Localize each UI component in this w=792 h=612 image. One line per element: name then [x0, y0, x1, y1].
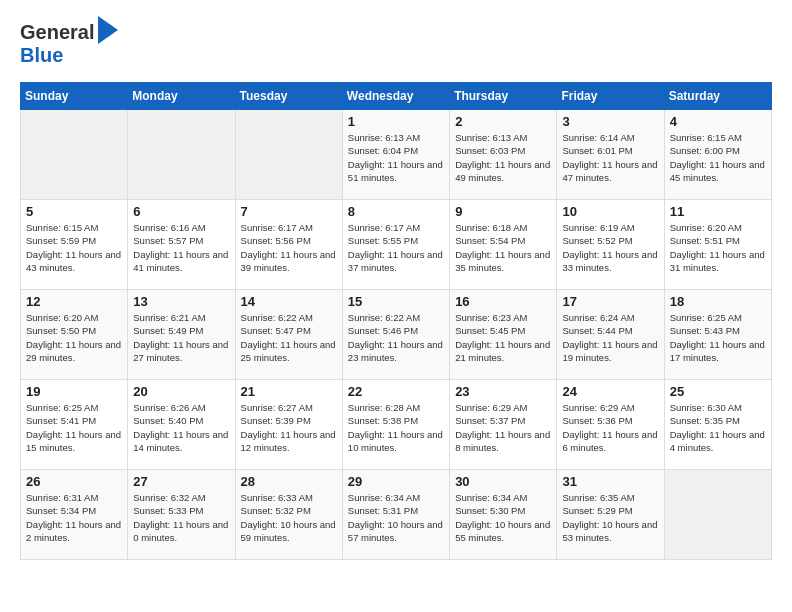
weekday-header-saturday: Saturday: [664, 83, 771, 110]
weekday-header-row: SundayMondayTuesdayWednesdayThursdayFrid…: [21, 83, 772, 110]
cell-info: Sunrise: 6:13 AM Sunset: 6:04 PM Dayligh…: [348, 131, 444, 184]
calendar-cell: 31Sunrise: 6:35 AM Sunset: 5:29 PM Dayli…: [557, 470, 664, 560]
calendar-cell: 1Sunrise: 6:13 AM Sunset: 6:04 PM Daylig…: [342, 110, 449, 200]
calendar-cell: 24Sunrise: 6:29 AM Sunset: 5:36 PM Dayli…: [557, 380, 664, 470]
calendar-cell: 2Sunrise: 6:13 AM Sunset: 6:03 PM Daylig…: [450, 110, 557, 200]
day-number: 22: [348, 384, 444, 399]
cell-info: Sunrise: 6:13 AM Sunset: 6:03 PM Dayligh…: [455, 131, 551, 184]
cell-info: Sunrise: 6:17 AM Sunset: 5:55 PM Dayligh…: [348, 221, 444, 274]
calendar-cell: [21, 110, 128, 200]
day-number: 5: [26, 204, 122, 219]
day-number: 13: [133, 294, 229, 309]
cell-info: Sunrise: 6:25 AM Sunset: 5:43 PM Dayligh…: [670, 311, 766, 364]
cell-info: Sunrise: 6:22 AM Sunset: 5:46 PM Dayligh…: [348, 311, 444, 364]
day-number: 10: [562, 204, 658, 219]
weekday-header-monday: Monday: [128, 83, 235, 110]
cell-info: Sunrise: 6:29 AM Sunset: 5:36 PM Dayligh…: [562, 401, 658, 454]
cell-info: Sunrise: 6:34 AM Sunset: 5:31 PM Dayligh…: [348, 491, 444, 544]
cell-info: Sunrise: 6:20 AM Sunset: 5:51 PM Dayligh…: [670, 221, 766, 274]
calendar-cell: 4Sunrise: 6:15 AM Sunset: 6:00 PM Daylig…: [664, 110, 771, 200]
calendar-cell: 27Sunrise: 6:32 AM Sunset: 5:33 PM Dayli…: [128, 470, 235, 560]
day-number: 7: [241, 204, 337, 219]
calendar-cell: 3Sunrise: 6:14 AM Sunset: 6:01 PM Daylig…: [557, 110, 664, 200]
cell-info: Sunrise: 6:17 AM Sunset: 5:56 PM Dayligh…: [241, 221, 337, 274]
logo-text: General: [20, 21, 94, 43]
calendar-cell: [664, 470, 771, 560]
calendar-cell: 30Sunrise: 6:34 AM Sunset: 5:30 PM Dayli…: [450, 470, 557, 560]
day-number: 27: [133, 474, 229, 489]
cell-info: Sunrise: 6:27 AM Sunset: 5:39 PM Dayligh…: [241, 401, 337, 454]
cell-info: Sunrise: 6:22 AM Sunset: 5:47 PM Dayligh…: [241, 311, 337, 364]
cell-info: Sunrise: 6:14 AM Sunset: 6:01 PM Dayligh…: [562, 131, 658, 184]
calendar-table: SundayMondayTuesdayWednesdayThursdayFrid…: [20, 82, 772, 560]
calendar-cell: 21Sunrise: 6:27 AM Sunset: 5:39 PM Dayli…: [235, 380, 342, 470]
day-number: 6: [133, 204, 229, 219]
calendar-cell: 20Sunrise: 6:26 AM Sunset: 5:40 PM Dayli…: [128, 380, 235, 470]
day-number: 17: [562, 294, 658, 309]
logo: General Blue: [20, 20, 118, 66]
weekday-header-sunday: Sunday: [21, 83, 128, 110]
day-number: 23: [455, 384, 551, 399]
calendar-week-row: 26Sunrise: 6:31 AM Sunset: 5:34 PM Dayli…: [21, 470, 772, 560]
calendar-cell: 29Sunrise: 6:34 AM Sunset: 5:31 PM Dayli…: [342, 470, 449, 560]
calendar-cell: 26Sunrise: 6:31 AM Sunset: 5:34 PM Dayli…: [21, 470, 128, 560]
day-number: 1: [348, 114, 444, 129]
calendar-week-row: 1Sunrise: 6:13 AM Sunset: 6:04 PM Daylig…: [21, 110, 772, 200]
calendar-cell: 10Sunrise: 6:19 AM Sunset: 5:52 PM Dayli…: [557, 200, 664, 290]
day-number: 14: [241, 294, 337, 309]
weekday-header-tuesday: Tuesday: [235, 83, 342, 110]
cell-info: Sunrise: 6:34 AM Sunset: 5:30 PM Dayligh…: [455, 491, 551, 544]
day-number: 31: [562, 474, 658, 489]
cell-info: Sunrise: 6:21 AM Sunset: 5:49 PM Dayligh…: [133, 311, 229, 364]
calendar-cell: 6Sunrise: 6:16 AM Sunset: 5:57 PM Daylig…: [128, 200, 235, 290]
calendar-cell: 23Sunrise: 6:29 AM Sunset: 5:37 PM Dayli…: [450, 380, 557, 470]
day-number: 20: [133, 384, 229, 399]
calendar-cell: 13Sunrise: 6:21 AM Sunset: 5:49 PM Dayli…: [128, 290, 235, 380]
calendar-cell: 14Sunrise: 6:22 AM Sunset: 5:47 PM Dayli…: [235, 290, 342, 380]
calendar-cell: 22Sunrise: 6:28 AM Sunset: 5:38 PM Dayli…: [342, 380, 449, 470]
calendar-cell: 7Sunrise: 6:17 AM Sunset: 5:56 PM Daylig…: [235, 200, 342, 290]
cell-info: Sunrise: 6:33 AM Sunset: 5:32 PM Dayligh…: [241, 491, 337, 544]
cell-info: Sunrise: 6:20 AM Sunset: 5:50 PM Dayligh…: [26, 311, 122, 364]
day-number: 29: [348, 474, 444, 489]
calendar-cell: 16Sunrise: 6:23 AM Sunset: 5:45 PM Dayli…: [450, 290, 557, 380]
day-number: 15: [348, 294, 444, 309]
calendar-cell: 11Sunrise: 6:20 AM Sunset: 5:51 PM Dayli…: [664, 200, 771, 290]
day-number: 19: [26, 384, 122, 399]
calendar-week-row: 12Sunrise: 6:20 AM Sunset: 5:50 PM Dayli…: [21, 290, 772, 380]
calendar-cell: [235, 110, 342, 200]
cell-info: Sunrise: 6:16 AM Sunset: 5:57 PM Dayligh…: [133, 221, 229, 274]
cell-info: Sunrise: 6:32 AM Sunset: 5:33 PM Dayligh…: [133, 491, 229, 544]
cell-info: Sunrise: 6:29 AM Sunset: 5:37 PM Dayligh…: [455, 401, 551, 454]
calendar-week-row: 5Sunrise: 6:15 AM Sunset: 5:59 PM Daylig…: [21, 200, 772, 290]
day-number: 9: [455, 204, 551, 219]
day-number: 28: [241, 474, 337, 489]
weekday-header-thursday: Thursday: [450, 83, 557, 110]
calendar-cell: 5Sunrise: 6:15 AM Sunset: 5:59 PM Daylig…: [21, 200, 128, 290]
day-number: 30: [455, 474, 551, 489]
calendar-week-row: 19Sunrise: 6:25 AM Sunset: 5:41 PM Dayli…: [21, 380, 772, 470]
cell-info: Sunrise: 6:28 AM Sunset: 5:38 PM Dayligh…: [348, 401, 444, 454]
day-number: 24: [562, 384, 658, 399]
calendar-cell: 8Sunrise: 6:17 AM Sunset: 5:55 PM Daylig…: [342, 200, 449, 290]
cell-info: Sunrise: 6:31 AM Sunset: 5:34 PM Dayligh…: [26, 491, 122, 544]
calendar-cell: 19Sunrise: 6:25 AM Sunset: 5:41 PM Dayli…: [21, 380, 128, 470]
day-number: 2: [455, 114, 551, 129]
day-number: 3: [562, 114, 658, 129]
day-number: 8: [348, 204, 444, 219]
day-number: 16: [455, 294, 551, 309]
cell-info: Sunrise: 6:23 AM Sunset: 5:45 PM Dayligh…: [455, 311, 551, 364]
cell-info: Sunrise: 6:30 AM Sunset: 5:35 PM Dayligh…: [670, 401, 766, 454]
weekday-header-friday: Friday: [557, 83, 664, 110]
calendar-cell: 9Sunrise: 6:18 AM Sunset: 5:54 PM Daylig…: [450, 200, 557, 290]
page-header: General Blue: [20, 20, 772, 66]
weekday-header-wednesday: Wednesday: [342, 83, 449, 110]
day-number: 11: [670, 204, 766, 219]
day-number: 12: [26, 294, 122, 309]
cell-info: Sunrise: 6:35 AM Sunset: 5:29 PM Dayligh…: [562, 491, 658, 544]
cell-info: Sunrise: 6:18 AM Sunset: 5:54 PM Dayligh…: [455, 221, 551, 274]
day-number: 25: [670, 384, 766, 399]
calendar-cell: 18Sunrise: 6:25 AM Sunset: 5:43 PM Dayli…: [664, 290, 771, 380]
logo-blue-text: Blue: [20, 44, 118, 66]
calendar-cell: 25Sunrise: 6:30 AM Sunset: 5:35 PM Dayli…: [664, 380, 771, 470]
